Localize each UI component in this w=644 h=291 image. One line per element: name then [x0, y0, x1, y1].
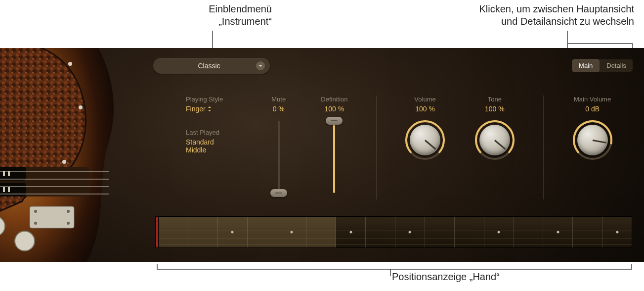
fret-marker-dot	[231, 231, 234, 234]
fret[interactable]	[602, 217, 632, 247]
bass-guitar-illustration	[0, 48, 138, 262]
view-main-button[interactable]: Main	[572, 59, 600, 72]
volume-value: 100 %	[390, 105, 460, 113]
tone-value: 100 %	[460, 105, 529, 113]
annotation-hand-position: Positionsanzeige „Hand“	[392, 271, 500, 283]
svg-point-8	[62, 160, 66, 164]
definition-label: Definition	[306, 96, 362, 103]
fret[interactable]	[455, 217, 484, 247]
slider-thumb-icon	[326, 117, 343, 125]
instrument-dropdown-label: Classic	[162, 62, 256, 70]
divider	[543, 96, 544, 199]
last-played-line1: Standard	[186, 138, 251, 146]
svg-point-33	[15, 231, 35, 251]
fret[interactable]	[366, 217, 395, 247]
fret[interactable]	[573, 217, 602, 247]
fret[interactable]	[395, 217, 425, 247]
svg-rect-27	[30, 206, 74, 228]
last-played-line2: Middle	[186, 146, 251, 154]
fret[interactable]	[514, 217, 544, 247]
updown-arrows-icon	[208, 106, 212, 111]
svg-point-6	[68, 62, 72, 66]
svg-rect-22	[8, 187, 10, 192]
instrument-dropdown[interactable]: Classic	[153, 58, 270, 74]
main-volume-knob[interactable]	[572, 120, 613, 160]
volume-label: Volume	[390, 96, 460, 103]
volume-knob[interactable]	[405, 120, 445, 160]
svg-point-30	[34, 222, 37, 225]
hand-position-fretboard[interactable]	[155, 216, 632, 248]
fret[interactable]	[277, 217, 307, 247]
definition-slider[interactable]	[333, 121, 335, 193]
svg-point-31	[67, 222, 70, 225]
last-played-label: Last Played	[186, 129, 251, 136]
main-volume-label: Main Volume	[558, 96, 627, 103]
fret[interactable]	[543, 217, 573, 247]
fret-marker-dot	[557, 231, 559, 234]
mute-slider[interactable]	[278, 121, 280, 193]
fret[interactable]	[336, 217, 366, 247]
definition-value: 100 %	[306, 105, 362, 113]
playing-style-label: Playing Style	[186, 96, 251, 103]
fret[interactable]	[159, 217, 188, 247]
playing-style-value: Finger	[186, 105, 206, 113]
view-details-button[interactable]: Details	[600, 59, 633, 72]
fret[interactable]	[306, 217, 336, 247]
playing-style-dropdown[interactable]: Finger	[186, 105, 251, 113]
tone-label: Tone	[460, 96, 529, 103]
svg-point-29	[67, 210, 70, 213]
divider	[376, 96, 377, 199]
fret[interactable]	[425, 217, 455, 247]
fret-marker-dot	[290, 231, 293, 234]
fret-marker-dot	[409, 231, 411, 234]
mute-value: 0 %	[251, 105, 306, 113]
annotation-instrument-menu: Einblendmenü „Instrument“	[153, 3, 272, 28]
tone-knob[interactable]	[474, 120, 515, 160]
svg-rect-21	[3, 187, 5, 192]
slider-thumb-icon	[270, 189, 287, 197]
main-volume-value: 0 dB	[558, 105, 627, 113]
mute-label: Mute	[251, 96, 306, 103]
fret[interactable]	[218, 217, 248, 247]
fret-marker-dot	[349, 231, 352, 234]
fret-marker-dot	[498, 231, 500, 234]
fret-marker-dot	[616, 231, 618, 234]
view-toggle: Main Details	[572, 59, 633, 72]
svg-point-28	[34, 210, 37, 213]
annotation-view-switch: Klicken, um zwischen Hauptansicht und De…	[377, 3, 634, 28]
fret[interactable]	[248, 217, 277, 247]
fret[interactable]	[188, 217, 218, 247]
chevron-down-icon	[256, 61, 265, 70]
svg-point-7	[79, 105, 83, 109]
instrument-panel: Classic Main Details Playing Style Finge…	[0, 48, 644, 262]
fret[interactable]	[484, 217, 514, 247]
